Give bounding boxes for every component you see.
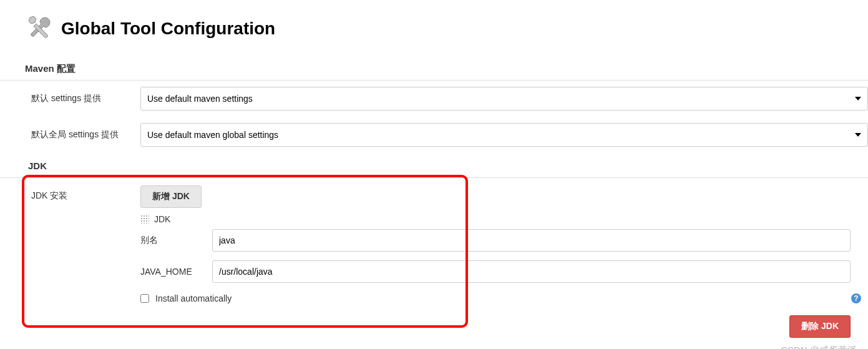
add-jdk-button[interactable]: 新增 JDK: [140, 185, 202, 208]
jdk-entry-heading: JDK: [154, 214, 170, 224]
page-title: Global Tool Configuration: [61, 19, 275, 39]
maven-global-settings-row: 默认全局 settings 提供 Use default maven globa…: [0, 117, 868, 153]
page-header: Global Tool Configuration: [0, 12, 868, 57]
install-auto-label: Install automatically: [155, 293, 232, 303]
maven-settings-label: 默认 settings 提供: [31, 93, 140, 104]
drag-handle-icon[interactable]: [140, 215, 149, 224]
jdk-alias-label: 别名: [140, 235, 212, 246]
jdk-alias-input[interactable]: [212, 229, 851, 252]
maven-global-settings-select[interactable]: Use default maven global settings: [140, 123, 868, 147]
tools-icon: [25, 12, 55, 44]
install-auto-checkbox[interactable]: [140, 294, 149, 303]
maven-settings-select[interactable]: Use default maven settings: [140, 87, 868, 111]
delete-jdk-button[interactable]: 删除 JDK: [789, 315, 851, 338]
maven-global-settings-label: 默认全局 settings 提供: [31, 129, 140, 140]
jdk-install-label: JDK 安装: [31, 185, 140, 285]
jdk-section-heading: JDK: [0, 153, 868, 178]
java-home-input[interactable]: [212, 260, 851, 283]
help-icon[interactable]: ?: [851, 293, 862, 304]
maven-section-heading: Maven 配置: [0, 57, 868, 81]
java-home-label: JAVA_HOME: [140, 267, 212, 277]
watermark: CSDN @咸蛋黄派: [781, 345, 857, 349]
maven-settings-row: 默认 settings 提供 Use default maven setting…: [0, 81, 868, 117]
svg-text:?: ?: [854, 294, 858, 303]
